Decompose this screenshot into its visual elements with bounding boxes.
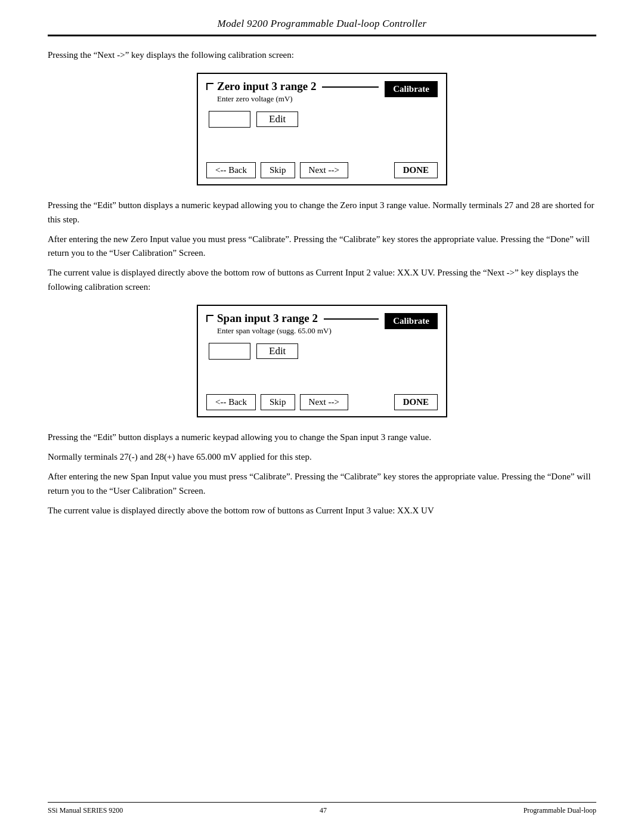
title-dash-line	[322, 86, 379, 88]
span-title-text-line: Span input 3 range 2	[217, 312, 379, 325]
zero-input-edit-row: Edit	[198, 107, 446, 128]
section2-para4: The current value is displayed directly …	[48, 504, 596, 518]
span-done-button[interactable]: DONE	[394, 394, 438, 410]
section2-para2: Normally terminals 27(-) and 28(+) have …	[48, 450, 596, 464]
section1-para3: The current value is displayed directly …	[48, 266, 596, 294]
footer-right: Programmable Dual-loop	[524, 806, 596, 815]
zero-input-screen-container: Zero input 3 range 2 Enter zero voltage …	[48, 73, 596, 185]
zero-next-button[interactable]: Next -->	[300, 162, 348, 178]
span-spacer	[198, 360, 446, 389]
zero-input-screen: Zero input 3 range 2 Enter zero voltage …	[197, 73, 447, 185]
span-screen-title: Span input 3 range 2	[217, 312, 318, 325]
span-edit-button[interactable]: Edit	[256, 343, 298, 359]
section1-intro: Pressing the “Next ->” key displays the …	[48, 48, 596, 62]
zero-screen-footer: <-- Back Skip Next --> DONE	[198, 157, 446, 184]
zero-edit-button[interactable]: Edit	[256, 112, 298, 127]
span-skip-button[interactable]: Skip	[261, 394, 295, 410]
span-input-screen: Span input 3 range 2 Enter span voltage …	[197, 305, 447, 417]
zero-screen-title: Zero input 3 range 2	[217, 80, 316, 93]
title-corner-icon	[206, 83, 213, 90]
page: Model 9200 Programmable Dual-loop Contro…	[0, 0, 644, 833]
span-next-button[interactable]: Next -->	[300, 394, 348, 410]
span-title-corner-icon	[206, 315, 213, 322]
footer-center: 47	[320, 806, 327, 815]
span-input-edit-row: Edit	[198, 339, 446, 360]
span-screen-footer: <-- Back Skip Next --> DONE	[198, 389, 446, 416]
section1-para2: After entering the new Zero Input value …	[48, 233, 596, 261]
zero-value-box[interactable]	[209, 111, 250, 128]
zero-title-text-line: Zero input 3 range 2	[217, 80, 379, 93]
span-title-line: Span input 3 range 2	[206, 312, 379, 325]
zero-title-block: Zero input 3 range 2 Enter zero voltage …	[206, 80, 379, 107]
zero-done-button[interactable]: DONE	[394, 162, 438, 178]
span-calibrate-button[interactable]: Calibrate	[385, 313, 438, 329]
zero-screen-header: Zero input 3 range 2 Enter zero voltage …	[198, 74, 446, 107]
zero-skip-button[interactable]: Skip	[261, 162, 295, 178]
section2-para3: After entering the new Span Input value …	[48, 470, 596, 498]
zero-spacer	[198, 128, 446, 157]
span-input-screen-container: Span input 3 range 2 Enter span voltage …	[48, 305, 596, 417]
zero-calibrate-button[interactable]: Calibrate	[385, 81, 438, 97]
section2-para1: Pressing the “Edit” button displays a nu…	[48, 431, 596, 444]
span-screen-header: Span input 3 range 2 Enter span voltage …	[198, 306, 446, 339]
section1-para1: Pressing the “Edit” button displays a nu…	[48, 199, 596, 227]
page-footer: SSi Manual SERIES 9200 47 Programmable D…	[48, 802, 596, 815]
zero-title-line: Zero input 3 range 2	[206, 80, 379, 93]
zero-back-button[interactable]: <-- Back	[206, 162, 256, 178]
span-title-dash-line	[324, 318, 379, 320]
span-title-block: Span input 3 range 2 Enter span voltage …	[206, 312, 379, 339]
span-back-button[interactable]: <-- Back	[206, 394, 256, 410]
zero-screen-subtitle: Enter zero voltage (mV)	[217, 94, 379, 104]
footer-left: SSi Manual SERIES 9200	[48, 806, 123, 815]
span-value-box[interactable]	[209, 343, 250, 360]
span-screen-subtitle: Enter span voltage (sugg. 65.00 mV)	[217, 326, 379, 336]
page-title: Model 9200 Programmable Dual-loop Contro…	[48, 18, 596, 30]
header-rule-bottom	[48, 36, 596, 36]
